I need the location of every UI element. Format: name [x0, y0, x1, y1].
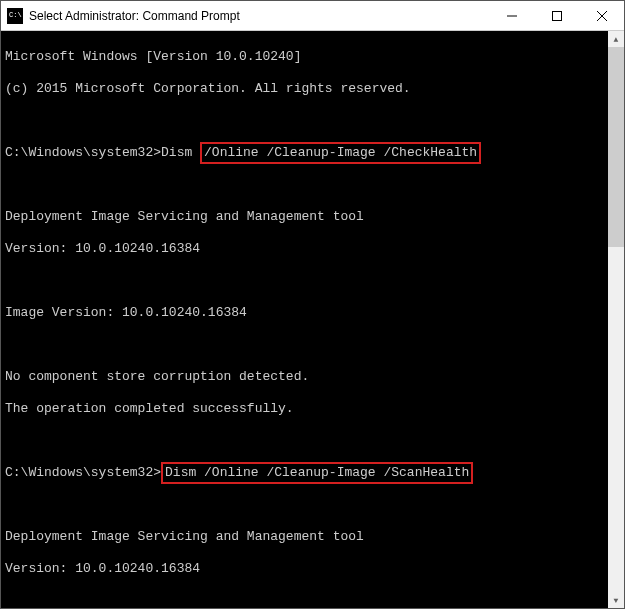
close-button[interactable] [579, 1, 624, 30]
maximize-button[interactable] [534, 1, 579, 30]
highlighted-cmd: Dism /Online /Cleanup-Image /ScanHealth [161, 462, 473, 484]
prompt: C:\Windows\system32> [5, 145, 161, 160]
console-area: Microsoft Windows [Version 10.0.10240] (… [1, 31, 624, 608]
scroll-up-button[interactable]: ▲ [608, 31, 624, 47]
window-title: Select Administrator: Command Prompt [29, 9, 489, 23]
minimize-icon [507, 11, 517, 21]
output-line: Image Version: 10.0.10240.16384 [5, 305, 604, 321]
output-line: (c) 2015 Microsoft Corporation. All righ… [5, 81, 604, 97]
output-line [5, 273, 604, 289]
maximize-icon [552, 11, 562, 21]
output-line: Microsoft Windows [Version 10.0.10240] [5, 49, 604, 65]
output-line: The operation completed successfully. [5, 401, 604, 417]
scrollbar[interactable]: ▲ ▼ [608, 31, 624, 608]
output-line [5, 113, 604, 129]
cmd-icon [7, 8, 23, 24]
command-line: C:\Windows\system32>Dism /Online /Cleanu… [5, 465, 604, 481]
scroll-down-button[interactable]: ▼ [608, 592, 624, 608]
scroll-thumb[interactable] [608, 47, 624, 247]
prompt: C:\Windows\system32> [5, 465, 161, 480]
svg-rect-1 [552, 11, 561, 20]
output-line [5, 593, 604, 608]
titlebar[interactable]: Select Administrator: Command Prompt [1, 1, 624, 31]
output-line: Deployment Image Servicing and Managemen… [5, 209, 604, 225]
output-line: Version: 10.0.10240.16384 [5, 241, 604, 257]
output-line [5, 177, 604, 193]
output-line: Deployment Image Servicing and Managemen… [5, 529, 604, 545]
window-controls [489, 1, 624, 30]
output-line [5, 433, 604, 449]
command-prompt-window: Select Administrator: Command Prompt Mic… [0, 0, 625, 609]
output-line: Version: 10.0.10240.16384 [5, 561, 604, 577]
output-line [5, 337, 604, 353]
console-output[interactable]: Microsoft Windows [Version 10.0.10240] (… [1, 31, 608, 608]
highlighted-cmd: /Online /Cleanup-Image /CheckHealth [200, 142, 481, 164]
output-line [5, 497, 604, 513]
output-line: No component store corruption detected. [5, 369, 604, 385]
cmd-text: Dism [161, 145, 200, 160]
close-icon [597, 11, 607, 21]
minimize-button[interactable] [489, 1, 534, 30]
command-line: C:\Windows\system32>Dism /Online /Cleanu… [5, 145, 604, 161]
